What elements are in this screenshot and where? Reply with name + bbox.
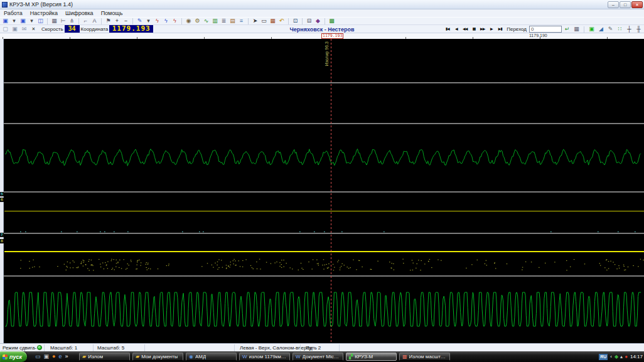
channel-tag-5: 5: [0, 192, 4, 196]
taskbar: пуск ▭▣●e» ▰Излом▰Мои документы◉АМДWизло…: [0, 351, 644, 362]
language-indicator[interactable]: RU: [599, 354, 608, 360]
internet-explorer-icon[interactable]: e: [58, 353, 62, 361]
pointer-button[interactable]: ➤: [251, 18, 259, 24]
pen-button[interactable]: ✎: [136, 18, 144, 24]
go-last-button[interactable]: ▶▮: [496, 26, 504, 33]
rewind-button[interactable]: ◀◀: [461, 26, 469, 33]
orientation-label: Левая - Верх, Салоном-вперёд: [240, 345, 313, 351]
task-label: КРУЗ-М: [355, 354, 373, 359]
shift-mode-label: Режим сдвига-: [3, 345, 36, 351]
menu-item-2[interactable]: Настройка: [30, 10, 58, 16]
task-icon: ▞: [349, 354, 353, 359]
show-desktop-icon[interactable]: ▭: [35, 353, 41, 361]
scatter-button[interactable]: ∷: [616, 26, 624, 33]
search-button[interactable]: ◉: [185, 18, 193, 24]
print-preview-button[interactable]: ⊡: [291, 18, 299, 24]
scale2-label: Масштаб: 5: [97, 345, 124, 351]
picket-marks-button[interactable]: ⋔: [68, 18, 76, 24]
task-button-7[interactable]: ▩Излом масштаб 25...: [399, 353, 450, 361]
flag-button[interactable]: ⚑: [104, 18, 112, 24]
task-button-3[interactable]: ◉АМД: [186, 353, 237, 361]
task-button-4[interactable]: Wизлом 1179км 2пк. ...: [239, 353, 290, 361]
media-player-icon[interactable]: ▣: [44, 353, 50, 361]
file-left-dropdown[interactable]: ▾: [10, 18, 18, 24]
goto-apply-button[interactable]: ↵: [563, 26, 571, 33]
crosshair-button[interactable]: ┼: [625, 26, 633, 33]
tray-antivirus-icon[interactable]: ●: [625, 353, 628, 361]
menu-item-1[interactable]: Работа: [4, 10, 23, 16]
fast-forward-button[interactable]: ▶▶: [478, 26, 486, 33]
launcher-icon[interactable]: ●: [52, 353, 55, 361]
channel-separator: [0, 233, 644, 234]
speed-label: Скорость: [41, 26, 63, 32]
menu-bar: РаботаНастройкаШифровкаПомощь: [0, 9, 644, 17]
sleeper-grid-button[interactable]: ▦: [50, 18, 58, 24]
histogram-button[interactable]: ╫: [635, 26, 643, 33]
tray-network-icon[interactable]: ▴: [620, 353, 623, 361]
green-screen-button[interactable]: ▣: [588, 26, 596, 33]
monitor-button[interactable]: ▥: [211, 18, 219, 24]
graph-button[interactable]: ∿: [202, 18, 210, 24]
path-label: Путь 2: [306, 345, 321, 351]
tray-collapse-button[interactable]: ‹: [610, 353, 612, 361]
mail-doc-button[interactable]: ✉: [20, 26, 28, 33]
minimize-button[interactable]: –: [608, 1, 619, 8]
cursor-line[interactable]: [331, 39, 331, 343]
pause-button[interactable]: ▮▮: [470, 26, 478, 33]
tools-button[interactable]: ⚙: [193, 18, 201, 24]
windows-flag-icon: [3, 354, 8, 359]
toolbar-separator: [325, 18, 325, 24]
maximize-button[interactable]: □: [620, 1, 631, 8]
delete-button[interactable]: ×: [30, 26, 38, 33]
split-view-button[interactable]: ◫: [36, 18, 45, 24]
copy-doc-button[interactable]: ▣: [11, 26, 19, 33]
film-button[interactable]: ▦: [269, 18, 277, 24]
start-button[interactable]: пуск: [0, 351, 27, 362]
filter-button[interactable]: ◢: [597, 26, 605, 33]
menu-item-3[interactable]: Шифровка: [65, 10, 94, 16]
zoom-in-button[interactable]: +: [113, 18, 121, 24]
letter-a-button[interactable]: A: [90, 18, 99, 24]
print-button[interactable]: ⊟: [305, 18, 313, 24]
window-controls: – □ ×: [608, 1, 643, 8]
coordinate-ruler[interactable]: 1179.190 1179.193: [0, 33, 644, 39]
ruler-coordinate-label: 1179.190: [529, 33, 547, 38]
journal-button[interactable]: ▤: [228, 18, 237, 24]
pen-dropdown[interactable]: ▾: [144, 18, 153, 24]
step-forward-button[interactable]: ▶: [487, 26, 495, 33]
zoom-out-button[interactable]: −: [122, 18, 130, 24]
file-left-button[interactable]: ▣: [1, 18, 9, 24]
brush-button[interactable]: ✎: [606, 26, 614, 33]
help-book-button[interactable]: ◆: [314, 18, 322, 24]
magnet-button[interactable]: ⌐: [82, 18, 90, 24]
run-play-button[interactable]: ϟ: [162, 18, 170, 24]
task-button-5[interactable]: WДокумент Microsof...: [292, 353, 343, 361]
file-right-dropdown[interactable]: ▾: [28, 18, 36, 24]
yellow-speckles: [20, 259, 644, 270]
file-right-button[interactable]: ▣: [19, 18, 27, 24]
notes-button[interactable]: ≡: [237, 18, 245, 24]
quick-launch-more-button[interactable]: »: [65, 353, 68, 361]
select-region-button[interactable]: ▭: [260, 18, 268, 24]
middle-noise-wave: [5, 149, 641, 166]
run-back-button[interactable]: ϟ: [153, 18, 161, 24]
tray-agent-icon[interactable]: ◆: [614, 353, 618, 361]
task-button-2[interactable]: ▰Мои документы: [132, 353, 183, 361]
goto-input[interactable]: [529, 26, 562, 33]
menu-item-4[interactable]: Помощь: [101, 10, 123, 16]
new-doc-button[interactable]: ▢: [1, 26, 9, 33]
undo-button[interactable]: ↶: [277, 18, 286, 24]
go-first-button[interactable]: ▮◀: [443, 26, 451, 33]
task-button-6[interactable]: ▞КРУЗ-М: [346, 353, 397, 361]
run-stop-button[interactable]: ϟ: [171, 18, 179, 24]
ruler-marks-button[interactable]: ⊢: [59, 18, 67, 24]
table-button[interactable]: ▦: [572, 26, 581, 33]
task-button-1[interactable]: ▰Излом: [79, 353, 130, 361]
task-label: Излом масштаб 25...: [409, 354, 447, 359]
screenshot-button[interactable]: ▩: [328, 18, 336, 24]
waveform-area[interactable]: Изолир 96.3 5678: [0, 39, 644, 343]
step-back-button[interactable]: ◀: [452, 26, 460, 33]
close-button[interactable]: ×: [631, 1, 643, 8]
levels-button[interactable]: ≣: [220, 18, 228, 24]
task-icon: ▩: [402, 354, 407, 359]
